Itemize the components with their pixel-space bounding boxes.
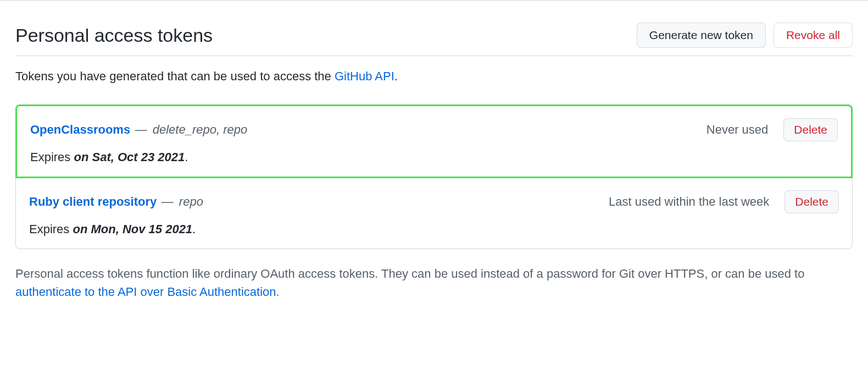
footer-after: . bbox=[276, 285, 280, 299]
token-status: Never used bbox=[706, 123, 769, 137]
token-scopes: delete_repo, repo bbox=[153, 123, 247, 136]
header-actions: Generate new token Revoke all bbox=[637, 23, 853, 48]
token-expiry: Expires on Mon, Nov 15 2021. bbox=[29, 222, 839, 237]
token-header-right: Last used within the last week Delete bbox=[609, 190, 839, 213]
expiry-date: on Mon, Nov 15 2021 bbox=[73, 222, 192, 236]
token-list: OpenClassrooms — delete_repo, repo Never… bbox=[15, 105, 853, 249]
token-header-left: Ruby client repository — repo bbox=[29, 195, 609, 209]
intro-before: Tokens you have generated that can be us… bbox=[15, 69, 335, 83]
token-item: Ruby client repository — repo Last used … bbox=[15, 178, 853, 249]
expiry-prefix: Expires bbox=[30, 150, 74, 164]
token-name-link[interactable]: OpenClassrooms bbox=[30, 123, 130, 136]
delete-token-button[interactable]: Delete bbox=[784, 190, 839, 213]
token-dash: — bbox=[162, 195, 177, 208]
token-dash: — bbox=[135, 123, 151, 136]
footer-before: Personal access tokens function like ord… bbox=[15, 267, 804, 280]
expiry-prefix: Expires bbox=[29, 222, 73, 236]
expiry-suffix: . bbox=[185, 150, 188, 164]
token-item: OpenClassrooms — delete_repo, repo Never… bbox=[15, 105, 853, 178]
intro-text: Tokens you have generated that can be us… bbox=[15, 69, 853, 84]
token-row: Ruby client repository — repo Last used … bbox=[29, 190, 839, 213]
generate-new-token-button[interactable]: Generate new token bbox=[637, 23, 766, 48]
token-header-left: OpenClassrooms — delete_repo, repo bbox=[30, 123, 706, 137]
page-header: Personal access tokens Generate new toke… bbox=[15, 23, 853, 56]
token-header-right: Never used Delete bbox=[706, 118, 838, 141]
expiry-date: on Sat, Oct 23 2021 bbox=[74, 150, 185, 164]
delete-token-button[interactable]: Delete bbox=[783, 118, 838, 141]
basic-auth-link[interactable]: authenticate to the API over Basic Authe… bbox=[15, 285, 276, 299]
revoke-all-button[interactable]: Revoke all bbox=[774, 23, 853, 48]
token-status: Last used within the last week bbox=[609, 195, 769, 209]
footer-text: Personal access tokens function like ord… bbox=[15, 265, 853, 301]
expiry-suffix: . bbox=[192, 222, 196, 236]
page-title: Personal access tokens bbox=[15, 25, 213, 46]
token-expiry: Expires on Sat, Oct 23 2021. bbox=[30, 150, 838, 164]
token-row: OpenClassrooms — delete_repo, repo Never… bbox=[30, 118, 838, 141]
github-api-link[interactable]: GitHub API bbox=[335, 69, 394, 83]
intro-after: . bbox=[394, 69, 398, 83]
token-scopes: repo bbox=[179, 195, 203, 208]
tokens-page: Personal access tokens Generate new toke… bbox=[0, 1, 868, 323]
token-name-link[interactable]: Ruby client repository bbox=[29, 195, 157, 208]
